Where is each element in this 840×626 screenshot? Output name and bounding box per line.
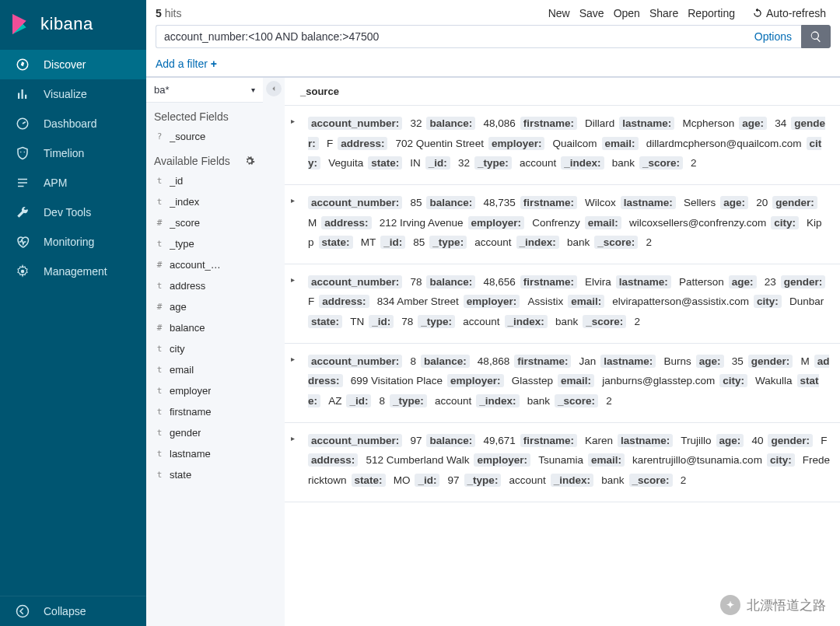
available-field[interactable]: temail [146, 359, 263, 380]
available-field[interactable]: temployer [146, 380, 263, 401]
field-value: 2 [681, 474, 687, 486]
nav-item-visualize[interactable]: Visualize [0, 79, 146, 109]
field-key: account_number: [308, 275, 402, 289]
field-key: account_number: [308, 355, 402, 368]
query-input[interactable] [156, 25, 745, 48]
field-key: state: [308, 315, 342, 328]
nav-item-timelion[interactable]: Timelion [0, 138, 146, 168]
add-filter-link[interactable]: Add a filter + [146, 51, 840, 78]
field-value: Wakulla [755, 375, 793, 386]
fields-column: ba* ▾ Selected Fields ?_source Available… [146, 78, 263, 626]
expand-row-button[interactable]: ▸ [291, 193, 300, 253]
field-value: Elvira [585, 276, 611, 288]
nav-label: Management [44, 265, 107, 278]
field-key: _id: [380, 236, 405, 249]
field-value: 8 [410, 355, 416, 367]
field-key: gender: [772, 196, 817, 209]
top-link-share[interactable]: Share [645, 7, 683, 19]
available-fields-header: Available Fields [146, 147, 263, 170]
nav-item-monitoring[interactable]: Monitoring [0, 227, 146, 257]
field-value: 40 [751, 435, 763, 446]
field-value: 48,735 [483, 197, 515, 208]
document-source: account_number: 85balance: 48,735firstna… [308, 193, 832, 253]
selected-field[interactable]: ?_source [146, 126, 263, 147]
index-pattern-selector[interactable]: ba* ▾ [146, 78, 263, 103]
collapse-sidebar-button[interactable]: Collapse [0, 596, 146, 626]
field-type-icon: t [154, 428, 165, 438]
field-name: age [170, 301, 187, 313]
field-key: _index: [551, 474, 593, 487]
document-row: ▸account_number: 8balance: 48,868firstna… [285, 344, 840, 423]
nav-label: Dashboard [44, 117, 97, 130]
field-value: M [800, 355, 809, 367]
expand-row-button[interactable]: ▸ [291, 431, 300, 491]
document-source: account_number: 78balance: 48,656firstna… [308, 272, 832, 332]
gear-icon[interactable] [244, 156, 255, 166]
field-value: 2 [691, 157, 697, 169]
nav-item-management[interactable]: Management [0, 257, 146, 286]
brand-logo[interactable]: kibana [0, 0, 146, 50]
available-field[interactable]: tgender [146, 422, 263, 443]
available-field[interactable]: #age [146, 296, 263, 317]
available-field[interactable]: tlastname [146, 443, 263, 464]
brand-text: kibana [40, 14, 93, 34]
available-field[interactable]: t_type [146, 233, 263, 254]
field-value: MO [394, 474, 411, 486]
expand-row-button[interactable]: ▸ [291, 351, 300, 411]
main: 5 hits NewSaveOpenShareReporting Auto-re… [146, 0, 840, 626]
collapse-label: Collapse [44, 605, 86, 617]
available-field[interactable]: tfirstname [146, 401, 263, 422]
field-name: balance [170, 322, 205, 334]
field-value: 8 [380, 395, 386, 407]
run-query-button[interactable] [801, 25, 831, 48]
auto-refresh-button[interactable]: Auto-refresh [747, 7, 831, 19]
top-link-open[interactable]: Open [609, 7, 645, 19]
field-key: employer: [447, 374, 504, 387]
expand-row-button[interactable]: ▸ [291, 114, 300, 173]
available-field[interactable]: tcity [146, 338, 263, 359]
available-field[interactable]: t_index [146, 191, 263, 212]
top-link-new[interactable]: New [544, 7, 575, 19]
available-field[interactable]: taddress [146, 275, 263, 296]
field-value: Karen [585, 435, 613, 446]
nav-item-apm[interactable]: APM [0, 168, 146, 198]
expand-row-button[interactable]: ▸ [291, 272, 300, 332]
top-link-reporting[interactable]: Reporting [683, 7, 740, 19]
top-link-save[interactable]: Save [575, 7, 609, 19]
kibana-logo-icon [12, 14, 33, 34]
field-key: email: [568, 295, 604, 308]
field-key: age: [720, 196, 748, 209]
field-key: gender: [781, 275, 826, 289]
available-field[interactable]: #_score [146, 212, 263, 233]
list-icon [12, 176, 33, 190]
shield-face-icon [12, 146, 33, 160]
field-value: TN [350, 316, 364, 327]
field-key: _index: [516, 236, 559, 249]
field-value: 702 Quentin Street [396, 138, 484, 149]
field-type-icon: t [154, 449, 165, 459]
field-value: 48,656 [483, 276, 515, 288]
available-field[interactable]: #balance [146, 317, 263, 338]
query-options-link[interactable]: Options [745, 25, 801, 48]
field-key: _score: [629, 474, 673, 487]
available-field[interactable]: t_id [146, 170, 263, 191]
nav-item-discover[interactable]: Discover [0, 50, 146, 79]
nav-item-dashboard[interactable]: Dashboard [0, 109, 146, 138]
collapse-fields-button[interactable] [266, 81, 282, 96]
field-type-icon: t [154, 365, 165, 375]
field-value: Assistix [527, 296, 563, 307]
nav-item-devtools[interactable]: Dev Tools [0, 198, 146, 227]
bar-chart-icon [12, 87, 33, 101]
available-field[interactable]: #account_… [146, 254, 263, 275]
svg-point-3 [24, 152, 26, 153]
field-key: firstname: [520, 434, 577, 447]
field-value: 32 [410, 117, 422, 129]
field-type-icon: # [154, 323, 165, 333]
field-value: 212 Irving Avenue [380, 217, 464, 229]
available-field[interactable]: tstate [146, 464, 263, 485]
field-type-icon: # [154, 302, 165, 312]
docs-column-header[interactable]: _source [285, 78, 840, 106]
field-value: bank [567, 236, 590, 248]
document-row: ▸account_number: 32balance: 48,086firstn… [285, 106, 840, 185]
field-name: _type [170, 238, 194, 250]
